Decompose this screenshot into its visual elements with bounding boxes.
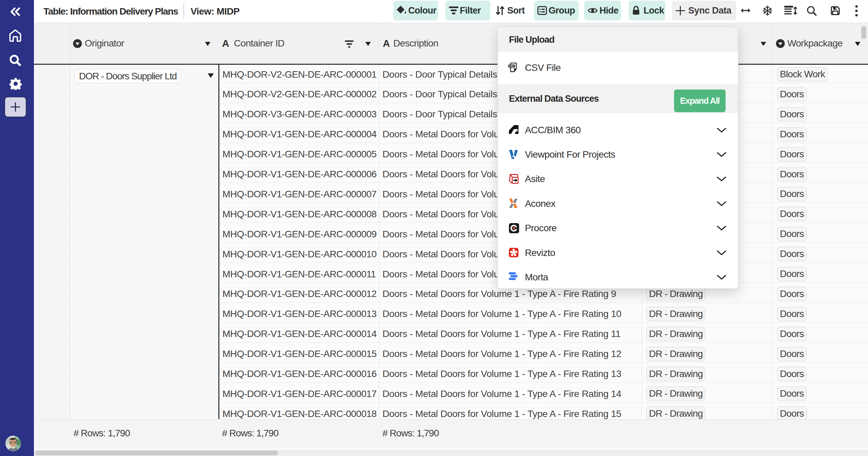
svg-text:CSV: CSV (509, 64, 515, 67)
